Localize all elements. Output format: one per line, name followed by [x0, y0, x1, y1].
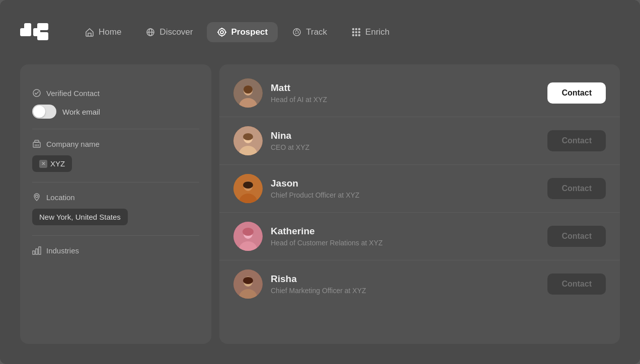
svg-rect-3	[37, 23, 48, 30]
contact-name-nina: Nina	[271, 130, 539, 141]
contact-name-matt: Matt	[271, 82, 539, 94]
contact-button-matt[interactable]: Contact	[547, 82, 606, 104]
svg-point-17	[353, 29, 354, 30]
contact-button-katherine[interactable]: Contact	[547, 226, 606, 247]
svg-point-8	[218, 29, 225, 36]
nav-item-enrich[interactable]: Enrich	[341, 22, 399, 42]
contact-row-katherine: Katherine Head of Customer Relations at …	[219, 213, 620, 260]
nav-label-enrich: Enrich	[365, 27, 389, 37]
avatar-jason	[233, 174, 263, 203]
company-name-header: Company name	[32, 139, 199, 148]
contact-row-nina: Nina CEO at XYZ Contact	[219, 117, 620, 165]
enrich-icon	[351, 27, 361, 37]
contact-role-jason: Chief Product Officer at XYZ	[271, 191, 539, 199]
verified-icon	[32, 88, 41, 98]
svg-point-24	[356, 35, 357, 36]
svg-point-39	[244, 85, 253, 94]
location-icon	[32, 193, 41, 202]
avatar-nina	[233, 126, 263, 155]
contact-name-risha: Risha	[271, 274, 539, 285]
nav-item-home[interactable]: Home	[74, 22, 131, 42]
svg-point-21	[356, 32, 357, 33]
location-header: Location	[32, 193, 199, 202]
contact-row-matt: Matt Head of AI at XYZ Contact	[219, 69, 620, 117]
building-icon	[32, 139, 41, 148]
contact-button-risha[interactable]: Contact	[547, 274, 606, 295]
contact-button-jason[interactable]: Contact	[547, 178, 606, 199]
app-window: Home Discover	[0, 0, 640, 364]
contact-row-risha: Risha Chief Marketing Officer at XYZ Con…	[219, 260, 620, 308]
avatar-risha	[233, 269, 263, 299]
nav-label-discover: Discover	[159, 27, 193, 37]
contacts-panel: Matt Head of AI at XYZ Contact Nina	[219, 64, 620, 344]
svg-rect-28	[35, 140, 39, 142]
location-value: New York, United States	[39, 213, 121, 221]
logo	[20, 21, 50, 43]
location-tag[interactable]: New York, United States	[32, 209, 128, 225]
industries-icon	[32, 246, 41, 255]
location-section: Location New York, United States	[32, 183, 199, 236]
contact-info-jason: Jason Chief Product Officer at XYZ	[271, 178, 539, 199]
track-icon	[292, 27, 302, 37]
svg-point-22	[359, 32, 360, 33]
nav-label-track: Track	[306, 27, 327, 37]
contact-info-matt: Matt Head of AI at XYZ	[271, 82, 539, 104]
svg-rect-33	[33, 251, 35, 254]
contact-role-nina: CEO at XYZ	[271, 143, 539, 151]
work-email-toggle[interactable]	[32, 105, 56, 119]
nav-item-discover[interactable]: Discover	[135, 22, 203, 42]
contact-name-katherine: Katherine	[271, 226, 539, 237]
industries-label: Industries	[46, 246, 79, 255]
nav-label-home: Home	[99, 27, 121, 37]
toggle-thumb	[33, 106, 45, 118]
verified-contact-section: Verified Contact Work email	[32, 78, 199, 129]
svg-point-9	[220, 31, 223, 34]
nav-item-track[interactable]: Track	[282, 22, 337, 42]
work-email-row: Work email	[32, 105, 199, 119]
industries-header: Industries	[32, 246, 199, 255]
svg-point-43	[243, 133, 253, 140]
contact-info-nina: Nina CEO at XYZ	[271, 130, 539, 151]
top-nav: Home Discover	[0, 0, 640, 64]
svg-point-18	[356, 29, 357, 30]
contact-role-matt: Head of AI at XYZ	[271, 96, 539, 104]
industries-section: Industries	[32, 236, 199, 272]
svg-rect-1	[24, 23, 31, 30]
svg-point-32	[36, 195, 38, 198]
svg-point-23	[353, 35, 354, 36]
company-name-section: Company name ✕ XYZ	[32, 129, 199, 183]
svg-point-47	[243, 181, 253, 189]
contact-role-risha: Chief Marketing Officer at XYZ	[271, 287, 539, 295]
globe-icon	[145, 27, 155, 37]
contact-info-katherine: Katherine Head of Customer Relations at …	[271, 226, 539, 247]
main-content: Verified Contact Work email	[0, 64, 640, 364]
home-icon	[85, 27, 95, 37]
company-tag[interactable]: ✕ XYZ	[32, 155, 72, 172]
svg-rect-35	[39, 247, 41, 254]
verified-contact-label: Verified Contact	[46, 89, 100, 98]
avatar-matt	[233, 78, 263, 108]
svg-point-25	[359, 35, 360, 36]
work-email-label: Work email	[62, 108, 100, 116]
remove-company-icon[interactable]: ✕	[39, 160, 47, 168]
company-value: XYZ	[50, 159, 65, 168]
nav-item-prospect[interactable]: Prospect	[207, 22, 278, 42]
avatar-katherine	[233, 222, 263, 251]
svg-point-19	[359, 29, 360, 30]
svg-rect-34	[36, 249, 38, 254]
sidebar: Verified Contact Work email	[20, 64, 211, 344]
contact-info-risha: Risha Chief Marketing Officer at XYZ	[271, 274, 539, 295]
svg-point-51	[243, 228, 254, 236]
nav-label-prospect: Prospect	[231, 27, 268, 37]
location-label: Location	[46, 193, 75, 202]
svg-rect-4	[37, 32, 48, 40]
prospect-icon	[217, 27, 227, 37]
svg-point-15	[295, 31, 298, 34]
company-name-label: Company name	[46, 140, 100, 148]
contact-role-katherine: Head of Customer Relations at XYZ	[271, 239, 539, 247]
contact-row-jason: Jason Chief Product Officer at XYZ Conta…	[219, 165, 620, 213]
verified-contact-header: Verified Contact	[32, 88, 199, 98]
contact-button-nina[interactable]: Contact	[547, 130, 606, 151]
svg-point-20	[353, 32, 354, 33]
contact-name-jason: Jason	[271, 178, 539, 189]
